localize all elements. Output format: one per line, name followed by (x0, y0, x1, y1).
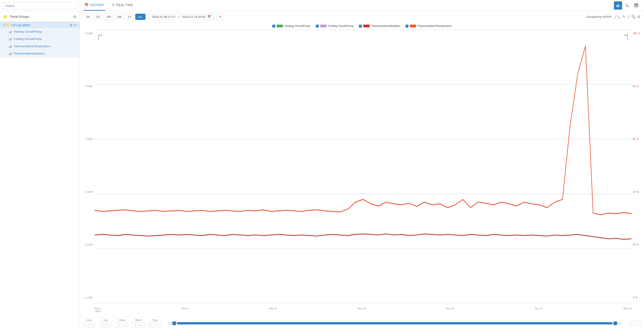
y-label-2: 2 m3/h (85, 138, 93, 140)
item-chart-icon: 📊 (8, 37, 12, 41)
list-item[interactable]: 📊 Cooling Circuit/Pump (0, 35, 80, 43)
legend-checkbox-cooling[interactable]: ✓ (316, 25, 319, 28)
x-label-nov13: Nov 13 (358, 307, 366, 312)
table-view-button[interactable] (632, 1, 640, 10)
x-label-nov7: Nov 72024 (95, 307, 101, 312)
delete-icon[interactable]: 🗑 (70, 23, 72, 27)
nav-week-label: Week (119, 319, 126, 321)
time-1m-button[interactable]: 1M (115, 14, 124, 20)
timeline-handle-left[interactable] (172, 321, 176, 325)
date-range-picker[interactable]: 2024-11-06 17:27 — 2024-11-19 20:42 📅 (149, 14, 214, 20)
tab-history[interactable]: 📅 HISTORY (84, 0, 105, 11)
nav-week-next[interactable]: › (123, 322, 128, 328)
nav-group-day: Day ‹ › (100, 319, 112, 328)
legend-label-temperature: Thermometers/Temperature (418, 25, 452, 28)
nav-group-week: Week ‹ › (116, 319, 128, 328)
settings-icon[interactable]: ⚙ (637, 15, 640, 19)
list-item[interactable]: 📊 Thermometers/Temperature (0, 43, 80, 50)
timeline-handle-right[interactable] (614, 321, 617, 325)
y-right-80: 80 °C (633, 85, 639, 88)
y-right-40: 40 °C (633, 190, 639, 193)
edit-icon[interactable]: ✏ (74, 23, 76, 27)
y-right-0: 0 °C (633, 296, 638, 299)
search-input[interactable] (3, 2, 77, 9)
nav-hour-arrows: ‹ › (84, 322, 95, 328)
trend-groups-header: 📁 Trend Groups ⊕ (0, 12, 80, 22)
time-1d-button[interactable]: 1D (94, 14, 102, 20)
item-chart-icon: 📊 (8, 30, 12, 33)
screenshot-icon[interactable]: ⬡ (627, 15, 630, 19)
chart-toolbar: 1H 1D 1W 1M 1Y ALL 2024-11-06 17:27 — 20… (80, 11, 644, 23)
svg-point-4 (627, 5, 628, 6)
svg-rect-2 (619, 5, 619, 7)
y-label-0: 0 m3/h (85, 243, 93, 246)
y-label-neg1: -1 m3/h (84, 296, 93, 299)
bar-chart-view-button[interactable] (614, 1, 622, 10)
chart-action-icons: ╱ ◺ ✎ ⬡ 🔍 ⚙ (614, 15, 640, 19)
time-all-button[interactable]: ALL (135, 14, 146, 20)
nav-day-prev[interactable]: ‹ (100, 322, 105, 328)
nav-month-label: Month (135, 319, 142, 321)
x-label-nov19: Nov 19 (624, 307, 632, 312)
chart-legend: ✓ Heating Circuit/Pump ✓ Cooling Circuit… (80, 23, 644, 30)
y-right-60: 60 °C (633, 138, 639, 140)
grouped-by-label: Grouped by HOUR (586, 15, 612, 19)
edit-values-icon[interactable]: ✎ (622, 15, 625, 19)
time-1w-button[interactable]: 1W (104, 14, 113, 20)
item-label: Cooling Circuit/Pump (14, 37, 42, 41)
x-label-nov15: Nov 15 (446, 307, 454, 312)
legend-item-heating: ✓ Heating Circuit/Pump (272, 25, 310, 28)
svg-rect-1 (618, 4, 618, 7)
legend-checkbox-heating[interactable]: ✓ (272, 25, 275, 28)
scatter-view-button[interactable] (623, 1, 631, 10)
zoom-icon[interactable]: 🔍 (631, 15, 636, 19)
nav-month-prev[interactable]: ‹ (133, 322, 138, 328)
tab-realtime[interactable]: ⏱ REAL TIME (110, 0, 134, 11)
list-item[interactable]: 📊 Thermometers/Weather (0, 50, 80, 57)
legend-checkbox-weather[interactable]: ✓ (359, 25, 362, 28)
svg-rect-10 (634, 7, 638, 7)
legend-color-weather (363, 25, 370, 27)
nav-year-next[interactable]: › (156, 322, 161, 328)
legend-item-weather: ✓ Thermometers/Weather (359, 25, 400, 28)
nav-group-hour: Hour ‹ › (84, 319, 95, 328)
line-chart-icon[interactable]: ╱ (614, 15, 617, 19)
trend-groups-label: Trend Groups (10, 15, 71, 19)
area-chart-icon[interactable]: ◺ (618, 15, 621, 19)
nav-week-prev[interactable]: ‹ (116, 322, 122, 328)
y-label-1: 1 m3/h (85, 190, 93, 193)
svg-rect-8 (634, 5, 638, 5)
chart-container: 4 m3/h 3 m3/h 2 m3/h 1 m3/h 0 m3/h -1 m3… (80, 30, 644, 317)
chart-area: 1H 1D 1W 1M 1Y ALL 2024-11-06 17:27 — 20… (80, 11, 644, 329)
legend-label-heating: Heating Circuit/Pump (284, 25, 310, 28)
legend-checkbox-temperature[interactable]: ✓ (406, 25, 408, 28)
nav-month-arrows: ‹ › (133, 322, 144, 328)
nav-year-label: Year (152, 319, 158, 321)
nav-timeline-prev[interactable]: ‹ (628, 320, 634, 326)
group-name[interactable]: Let's go plotty! (11, 23, 68, 27)
add-trend-group-button[interactable]: ⊕ (73, 14, 76, 19)
time-1y-button[interactable]: 1Y (125, 14, 134, 20)
x-label-nov9: Nov 9 (182, 307, 188, 312)
nav-hour-prev[interactable]: ‹ (84, 322, 89, 328)
legend-color-temperature (410, 25, 416, 27)
y-label-4: 4 m3/h (85, 32, 93, 35)
group-actions: 🗑 ✏ (70, 23, 76, 27)
x-label-nov11: Nov 11 (269, 307, 277, 312)
nav-hour-next[interactable]: › (90, 322, 95, 328)
list-item[interactable]: 📊 Heating Circuit/Pump (0, 28, 80, 35)
filter-button[interactable]: ≡ (217, 13, 224, 20)
chevron-down-icon[interactable]: ▾ (3, 24, 4, 27)
nav-day-next[interactable]: › (106, 322, 112, 328)
svg-point-3 (626, 4, 626, 5)
nav-month-next[interactable]: › (139, 322, 144, 328)
sidebar: 📁 Trend Groups ⊕ ▾ 📁 Let's go plotty! 🗑 … (0, 0, 80, 329)
svg-rect-9 (634, 6, 638, 6)
chart-svg-wrapper[interactable] (95, 30, 632, 303)
svg-rect-7 (634, 4, 638, 4)
nav-timeline-arrows: ‹ › (628, 320, 640, 326)
nav-year-prev[interactable]: ‹ (149, 322, 154, 328)
timeline-bar[interactable] (168, 322, 622, 324)
nav-timeline-next[interactable]: › (635, 320, 640, 326)
time-1h-button[interactable]: 1H (84, 14, 92, 20)
